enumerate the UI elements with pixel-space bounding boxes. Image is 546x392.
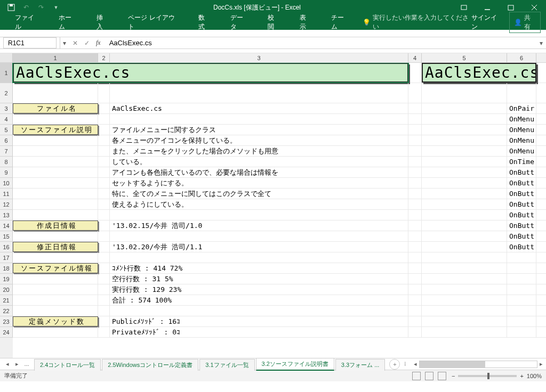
cell[interactable]: 各メニューのアイコンを保持している。 xyxy=(110,135,408,145)
tab-file[interactable]: ファイル xyxy=(5,13,49,31)
cell[interactable] xyxy=(507,252,536,263)
cell[interactable]: OnButt xyxy=(507,242,536,252)
cell[interactable] xyxy=(408,83,422,103)
cell[interactable] xyxy=(507,83,536,103)
cell[interactable]: OnButt xyxy=(507,178,536,188)
cell[interactable] xyxy=(422,252,507,263)
cell[interactable] xyxy=(110,306,408,316)
cell[interactable] xyxy=(98,263,110,273)
cancel-formula-icon[interactable]: ✕ xyxy=(73,39,78,47)
cell[interactable] xyxy=(13,157,98,167)
cell[interactable] xyxy=(422,157,507,167)
cell[interactable]: アイコンも各色揃えているので、必要な場合は情報を xyxy=(110,167,408,177)
cell[interactable] xyxy=(98,178,110,188)
cell[interactable] xyxy=(422,327,507,337)
cell[interactable] xyxy=(13,146,98,156)
cell[interactable] xyxy=(110,252,408,263)
cell[interactable]: OnMenu xyxy=(507,146,536,156)
cell[interactable] xyxy=(422,284,507,295)
tab-home[interactable]: ホーム xyxy=(49,13,87,31)
row-header[interactable]: 7 xyxy=(0,146,13,157)
cell[interactable] xyxy=(98,157,110,167)
cell-title-secondary[interactable]: AaClsExec.cs xyxy=(422,63,536,83)
cell[interactable] xyxy=(507,284,536,295)
cell[interactable] xyxy=(422,242,507,252)
cell[interactable] xyxy=(408,210,422,220)
tell-me-search[interactable]: 💡 実行したい作業を入力してください xyxy=(363,13,471,31)
cell[interactable]: OnButt xyxy=(507,189,536,199)
cell[interactable] xyxy=(98,83,110,103)
cell[interactable] xyxy=(408,63,422,83)
save-icon[interactable] xyxy=(5,2,17,13)
view-normal-icon[interactable] xyxy=(412,372,421,380)
cell[interactable] xyxy=(13,189,98,199)
cell[interactable]: している。 xyxy=(110,157,408,167)
cell[interactable] xyxy=(408,284,422,295)
hscroll-right-icon[interactable]: ▸ xyxy=(537,361,543,368)
cell[interactable] xyxy=(13,210,98,220)
formula-expand-icon[interactable]: ▾ xyxy=(536,39,546,47)
view-pagebreak-icon[interactable] xyxy=(438,372,446,380)
cell[interactable] xyxy=(408,274,422,284)
cell[interactable]: OnMenu xyxy=(507,114,536,124)
cell[interactable] xyxy=(98,199,110,209)
cell[interactable] xyxy=(13,252,98,263)
cell[interactable] xyxy=(98,295,110,305)
cell[interactable] xyxy=(98,284,110,295)
row-header[interactable]: 8 xyxy=(0,157,13,167)
cell[interactable]: OnButt xyxy=(507,199,536,209)
cell[interactable]: Privateﾒｿｯﾄﾞ : 0ｺ xyxy=(110,327,408,337)
horizontal-scrollbar[interactable] xyxy=(419,361,537,368)
cell[interactable] xyxy=(98,189,110,199)
cell[interactable] xyxy=(408,178,422,188)
cell[interactable] xyxy=(408,220,422,231)
row-header[interactable]: 20 xyxy=(0,284,13,295)
label-modified[interactable]: 修正日情報 xyxy=(13,242,98,252)
sheet-tab-ellipsis[interactable]: ... xyxy=(23,361,30,368)
formula-bar[interactable]: AaClsExec.cs xyxy=(105,39,536,47)
sheet-tab[interactable]: 2.5Windowsコントロール定義書 xyxy=(102,359,198,371)
cell[interactable] xyxy=(422,210,507,220)
select-all-corner[interactable] xyxy=(0,53,13,62)
tab-review[interactable]: 校閲 xyxy=(258,13,290,31)
cell[interactable] xyxy=(13,274,98,284)
row-header[interactable]: 3 xyxy=(0,103,13,114)
cell[interactable] xyxy=(98,306,110,316)
sheet-tab[interactable]: 3.3フォーム ... xyxy=(335,359,386,371)
cell[interactable]: OnButt xyxy=(507,220,536,231)
row-header[interactable]: 5 xyxy=(0,125,13,135)
sheet-nav-next-icon[interactable]: ▸ xyxy=(14,361,20,368)
sheet-tab[interactable]: 3.1ファイル一覧 xyxy=(199,359,254,371)
cell[interactable] xyxy=(110,210,408,220)
row-header[interactable]: 14 xyxy=(0,220,13,231)
cell[interactable] xyxy=(13,306,98,316)
cell[interactable] xyxy=(507,263,536,273)
cell[interactable]: OnMenu xyxy=(507,135,536,145)
cell[interactable] xyxy=(408,114,422,124)
cell[interactable] xyxy=(408,146,422,156)
worksheet-grid[interactable]: AaClsExec.cs AaClsExec.cs ファイル名 AaClsExe… xyxy=(13,63,546,358)
cell[interactable] xyxy=(13,135,98,145)
undo-icon[interactable]: ↶ xyxy=(20,2,32,13)
cell-title-main[interactable]: AaClsExec.cs xyxy=(13,63,408,83)
cell[interactable]: 特に、全てのメニューに関してはこのクラスで全て xyxy=(110,189,408,199)
sheet-tab-active[interactable]: 3.2ソースファイル説明書 xyxy=(256,358,334,371)
cell[interactable]: '13.02.20/今井 浩司/1.1 xyxy=(110,242,408,252)
cell[interactable] xyxy=(422,146,507,156)
cell[interactable] xyxy=(98,146,110,156)
cell[interactable] xyxy=(13,284,98,295)
label-source-info[interactable]: ソースファイル情報 xyxy=(13,263,98,273)
cell[interactable]: セットするようにする。 xyxy=(110,178,408,188)
add-sheet-button[interactable]: + xyxy=(389,359,400,370)
cell[interactable]: OnMenu xyxy=(507,125,536,135)
row-header[interactable]: 12 xyxy=(0,199,13,210)
hscroll-thumb[interactable] xyxy=(420,361,485,368)
cell[interactable] xyxy=(110,83,408,103)
qat-dropdown-icon[interactable]: ▼ xyxy=(50,2,62,13)
cell[interactable] xyxy=(422,125,507,135)
cell[interactable] xyxy=(507,306,536,316)
cell[interactable]: OnButt xyxy=(507,167,536,177)
view-pagelayout-icon[interactable] xyxy=(425,372,433,380)
cell[interactable]: 合計 : 574 100% xyxy=(110,295,408,305)
row-header[interactable]: 1 xyxy=(0,63,13,83)
